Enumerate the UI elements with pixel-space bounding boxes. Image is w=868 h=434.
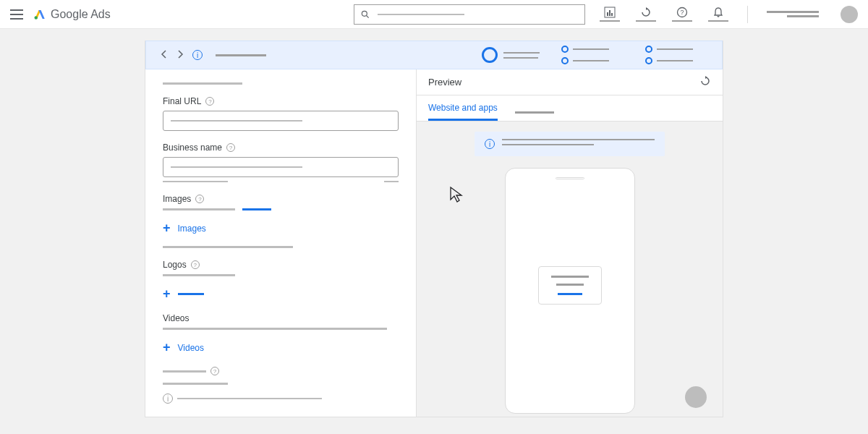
notifications-button[interactable]: [708, 7, 728, 22]
svg-rect-6: [611, 13, 613, 16]
help-icon[interactable]: ?: [226, 143, 235, 152]
info-icon: i: [485, 139, 495, 149]
ad-card-placeholder: [538, 266, 602, 305]
account-info[interactable]: [767, 11, 819, 17]
step-group-2[interactable]: [561, 46, 609, 64]
reports-button[interactable]: [600, 7, 620, 22]
search-icon: [360, 9, 370, 20]
step-ring-icon: [561, 57, 569, 64]
tab-placeholder[interactable]: [515, 111, 554, 114]
step-ring-icon: [645, 46, 652, 53]
help-button[interactable]: ?: [672, 7, 692, 22]
cursor-icon: [448, 185, 467, 207]
phone-mockup: [505, 168, 635, 414]
preview-column: Preview Website and apps i: [417, 69, 723, 417]
plus-icon: +: [163, 340, 171, 355]
info-icon[interactable]: i: [163, 393, 173, 404]
user-avatar[interactable]: [841, 6, 858, 23]
section-heading: [163, 82, 242, 85]
fab-placeholder[interactable]: [685, 386, 707, 408]
help-icon[interactable]: ?: [191, 260, 200, 269]
content-split: Final URL? Business name? Images? +Image…: [145, 69, 723, 417]
refresh-preview-button[interactable]: [699, 75, 711, 90]
final-url-input[interactable]: [163, 111, 399, 131]
preview-header: Preview: [417, 69, 723, 95]
step-current-icon: [482, 47, 498, 63]
top-header: Google Ads ?: [0, 0, 868, 29]
help-icon[interactable]: ?: [195, 195, 204, 203]
helper-line: [163, 383, 228, 385]
header-actions: ?: [600, 6, 858, 23]
videos-subline: [163, 328, 387, 330]
ads-logo-icon: [33, 8, 46, 21]
info-banner: i: [475, 132, 665, 156]
step-ring-icon: [645, 57, 652, 64]
phone-speaker: [556, 177, 584, 179]
search-placeholder: [378, 14, 464, 15]
svg-point-1: [362, 11, 367, 16]
stepper-bar: i: [145, 41, 723, 69]
info-icon[interactable]: i: [192, 50, 203, 60]
add-logos-button[interactable]: +: [163, 286, 399, 302]
search-input[interactable]: [354, 4, 585, 25]
bar-chart-icon: [604, 7, 616, 18]
step-label: [216, 54, 266, 56]
svg-rect-5: [609, 10, 610, 16]
plus-icon: +: [163, 286, 171, 302]
svg-line-2: [367, 15, 369, 17]
images-tabs: [163, 208, 399, 210]
logos-label: Logos?: [163, 260, 399, 270]
tab-website-apps[interactable]: Website and apps: [428, 103, 498, 121]
helper-row: [163, 181, 399, 182]
images-label: Images?: [163, 194, 399, 204]
videos-label: Videos: [163, 313, 399, 323]
preview-title: Preview: [428, 77, 461, 88]
svg-rect-4: [607, 12, 608, 16]
product-logo[interactable]: Google Ads: [33, 8, 111, 21]
help-icon[interactable]: ?: [205, 97, 214, 106]
step-nav: i: [161, 48, 266, 61]
workspace: i Final: [0, 29, 868, 417]
campaign-panel: i Final: [145, 41, 723, 417]
logos-subline: [163, 274, 235, 276]
preview-tabs: Website and apps: [417, 95, 723, 122]
chevron-right-icon[interactable]: [176, 48, 184, 61]
divider: [747, 6, 748, 23]
images-helper: [163, 246, 293, 248]
step-group-3[interactable]: [645, 46, 693, 64]
plus-icon: +: [163, 221, 171, 236]
final-url-label: Final URL?: [163, 96, 399, 106]
bell-icon: [712, 7, 724, 18]
business-name-input[interactable]: [163, 157, 399, 177]
svg-point-0: [35, 16, 38, 20]
product-name: Google Ads: [51, 8, 111, 21]
help-icon[interactable]: ?: [210, 367, 219, 375]
add-videos-button[interactable]: +Videos: [163, 340, 399, 355]
refresh-icon: [640, 7, 652, 18]
step-ring-icon: [561, 46, 569, 53]
help-icon: ?: [676, 7, 688, 18]
svg-text:?: ?: [680, 9, 684, 16]
chevron-left-icon[interactable]: [161, 48, 168, 61]
business-name-label: Business name?: [163, 142, 399, 153]
refresh-button[interactable]: [636, 7, 656, 22]
form-column: Final URL? Business name? Images? +Image…: [145, 69, 417, 417]
add-images-button[interactable]: +Images: [163, 221, 399, 236]
menu-icon[interactable]: [10, 9, 23, 20]
